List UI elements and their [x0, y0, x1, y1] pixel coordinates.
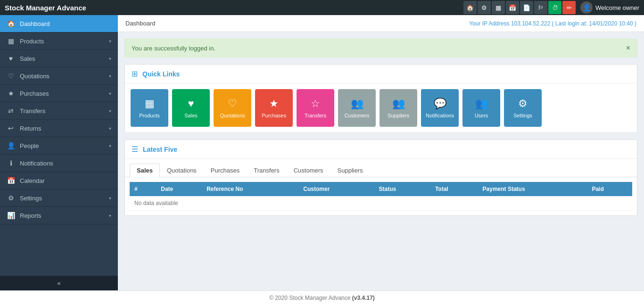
main-wrapper: 🏠 Dashboard ▦ Products ▾ ♥ Sales ▾ ♡ Quo… [0, 15, 644, 290]
col-total: Total [430, 182, 478, 196]
col-hash: # [130, 182, 156, 196]
chevron-icon: ▾ [109, 74, 111, 79]
sales-table: # Date Reference No Customer Status Tota… [130, 182, 632, 211]
no-data-row: No data available [130, 196, 632, 211]
suppliers-ql-label: Suppliers [388, 113, 409, 118]
latest-five-tabs: Sales Quotations Purchases Transfers Cus… [125, 159, 637, 177]
col-customer: Customer [298, 182, 374, 196]
file-icon-btn[interactable]: 📄 [520, 1, 533, 14]
tab-purchases[interactable]: Purchases [204, 164, 247, 177]
sidebar-item-purchases[interactable]: ★ Purchases ▾ [0, 85, 118, 102]
notifications-ql-icon: 💬 [434, 98, 446, 110]
alert-close-button[interactable]: × [626, 44, 630, 52]
quicklink-notifications[interactable]: 💬 Notifications [421, 89, 459, 127]
sidebar-item-calendar[interactable]: 📅 Calendar [0, 172, 118, 190]
table-header: # Date Reference No Customer Status Tota… [130, 182, 632, 196]
latest-five-body: Sales Quotations Purchases Transfers Cus… [125, 159, 637, 215]
col-reference: Reference No [202, 182, 298, 196]
ip-info: Your IP Address 103.104.52.222 ( Last lo… [469, 20, 636, 27]
sidebar-label-notifications: Notifications [20, 160, 53, 167]
avatar: 👤 [580, 1, 593, 14]
table-header-row: # Date Reference No Customer Status Tota… [130, 182, 632, 196]
timer-icon-btn[interactable]: ⏱ [548, 1, 561, 14]
customers-ql-icon: 👥 [351, 98, 363, 110]
latest-five-icon: ☰ [132, 145, 138, 154]
table-container: # Date Reference No Customer Status Tota… [125, 177, 637, 215]
quicklink-sales[interactable]: ♥ Sales [172, 89, 210, 127]
products-ql-icon: ▦ [145, 98, 155, 110]
settings-ql-label: Settings [513, 113, 532, 118]
chevron-icon: ▾ [109, 91, 111, 96]
quicklink-settings[interactable]: ⚙ Settings [504, 89, 542, 127]
tab-suppliers[interactable]: Suppliers [330, 164, 370, 177]
edit-icon-btn[interactable]: ✏ [562, 1, 576, 14]
sidebar-label-quotations: Quotations [20, 73, 50, 80]
content-header: Dashboard Your IP Address 103.104.52.222… [118, 15, 644, 32]
quicklink-customers[interactable]: 👥 Customers [338, 89, 376, 127]
sidebar-item-dashboard[interactable]: 🏠 Dashboard [0, 15, 118, 33]
content-area: Dashboard Your IP Address 103.104.52.222… [118, 15, 644, 290]
latest-five-box: ☰ Latest Five Sales Quotations Purchases… [124, 140, 637, 216]
flag-icon-btn[interactable]: 🏳 [534, 1, 547, 14]
col-status: Status [374, 182, 430, 196]
tab-sales[interactable]: Sales [130, 164, 160, 177]
sidebar-label-products: Products [20, 38, 44, 45]
notifications-ql-label: Notifications [426, 113, 454, 118]
sidebar-label-settings: Settings [20, 195, 42, 202]
tab-quotations[interactable]: Quotations [160, 164, 204, 177]
chevron-icon: ▾ [109, 108, 111, 114]
sidebar-item-returns[interactable]: ↩ Returns ▾ [0, 120, 118, 137]
sidebar-item-people[interactable]: 👤 People ▾ [0, 137, 118, 155]
sidebar-item-products[interactable]: ▦ Products ▾ [0, 33, 118, 50]
topbar: Stock Manager Advance 🏠 ⚙ ▦ 📅 📄 🏳 ⏱ ✏ 👤 … [0, 0, 644, 15]
sidebar-item-reports[interactable]: 📊 Reports ▾ [0, 207, 118, 224]
topbar-actions: 🏠 ⚙ ▦ 📅 📄 🏳 ⏱ ✏ 👤 Welcome owner [463, 1, 639, 14]
sidebar-label-sales: Sales [20, 55, 35, 62]
quicklink-transfers[interactable]: ☆ Transfers [297, 89, 334, 127]
quick-links-title: Quick Links [142, 70, 180, 78]
sidebar-item-quotations[interactable]: ♡ Quotations ▾ [0, 67, 118, 85]
footer-version: (v3.4.17) [352, 295, 375, 301]
quick-links-box: ⊞ Quick Links ▦ Products ♥ Sales [124, 64, 637, 133]
quick-links-icon: ⊞ [132, 69, 138, 78]
quicklink-products[interactable]: ▦ Products [131, 89, 168, 127]
sidebar-item-sales[interactable]: ♥ Sales ▾ [0, 50, 118, 67]
app-title: Stock Manager Advance [5, 4, 86, 12]
home-icon-btn[interactable]: 🏠 [463, 1, 477, 14]
sidebar-item-settings[interactable]: ⚙ Settings ▾ [0, 190, 118, 207]
quicklink-users[interactable]: 👥 Users [462, 89, 500, 127]
users-ql-icon: 👥 [475, 98, 488, 110]
table-icon-btn[interactable]: ▦ [492, 1, 505, 14]
tab-customers[interactable]: Customers [287, 164, 330, 177]
products-icon: ▦ [7, 37, 15, 45]
success-alert: You are successfully logged in. × [124, 39, 637, 58]
returns-icon: ↩ [7, 124, 15, 132]
col-payment-status: Payment Status [478, 182, 587, 196]
reports-icon: 📊 [7, 212, 15, 219]
sidebar-label-reports: Reports [20, 212, 41, 219]
latest-five-title: Latest Five [143, 146, 177, 153]
col-paid: Paid [587, 182, 632, 196]
sidebar-item-transfers[interactable]: ⇄ Transfers ▾ [0, 102, 118, 120]
quick-links-body: ▦ Products ♥ Sales ♡ Quotations ★ [125, 83, 637, 132]
customers-ql-label: Customers [344, 113, 369, 118]
breadcrumb: Dashboard [125, 20, 156, 27]
chevron-icon: ▾ [109, 213, 111, 218]
quicklink-suppliers[interactable]: 👥 Suppliers [380, 89, 417, 127]
latest-five-header: ☰ Latest Five [125, 140, 637, 159]
calendar-icon-btn[interactable]: 📅 [506, 1, 519, 14]
sidebar: 🏠 Dashboard ▦ Products ▾ ♥ Sales ▾ ♡ Quo… [0, 15, 118, 290]
quotations-ql-icon: ♡ [228, 98, 237, 110]
gear-icon-btn[interactable]: ⚙ [478, 1, 491, 14]
sidebar-collapse-button[interactable]: « [0, 276, 118, 290]
sales-ql-icon: ♥ [188, 98, 194, 110]
tab-transfers[interactable]: Transfers [247, 164, 286, 177]
sidebar-item-notifications[interactable]: ℹ Notifications [0, 155, 118, 172]
sidebar-label-transfers: Transfers [20, 107, 45, 115]
chevron-icon: ▾ [109, 196, 111, 201]
quicklink-quotations[interactable]: ♡ Quotations [214, 89, 251, 127]
chevron-icon: ▾ [109, 56, 111, 61]
quicklink-purchases[interactable]: ★ Purchases [255, 89, 293, 127]
col-date: Date [156, 182, 202, 196]
sidebar-label-returns: Returns [20, 125, 41, 132]
